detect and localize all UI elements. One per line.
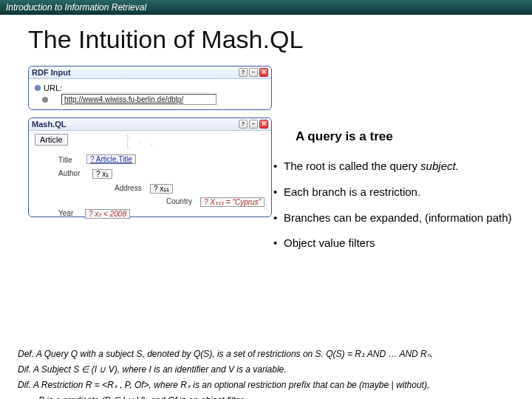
help-icon[interactable]: ? [239,68,248,77]
rdf-input-panel: RDF Input ? − ✕ URL: [28,66,272,110]
branch-country: Country [166,197,192,205]
var-x11: ? x₁₁ [150,184,173,194]
def-restriction-cont: P is a predicate (P ∈ I ∪ V), and Of is … [18,395,514,399]
mashql-panel-title: Mash.QL [32,120,66,129]
var-year-filter: ? x₂ < 2008 [85,209,130,219]
bullet-branch: Each branch is a restriction. [273,185,525,200]
bullet-icon [35,85,41,91]
minimize-icon[interactable]: − [249,68,258,77]
rdf-panel-title: RDF Input [32,68,71,77]
rdf-panel-controls: ? − ✕ [239,68,268,77]
minimize-icon[interactable]: − [249,120,258,129]
definitions: Def. A Query Q with a subject S, denoted… [18,349,514,399]
branch-address: Address [115,184,142,192]
url-input[interactable] [61,94,216,105]
mashql-panel: Mash.QL ? − ✕ Article [28,117,272,217]
branch-year: Year [58,209,73,217]
var-country-filter: ? X₁₁₁ = "Cyprus" [200,197,265,207]
branch-author: Author [58,169,80,177]
bullet-icon [42,97,48,103]
bullet-expand: Branches can be expanded, (information p… [273,211,525,225]
branch-title: Title [58,156,72,164]
course-header: Introduction to Information Retrieval [0,0,532,15]
def-subject: Dif. A Subject S ∈ (I ∪ V), where I is a… [18,364,514,375]
mashql-panel-controls: ? − ✕ [239,120,268,129]
help-icon[interactable]: ? [239,120,248,129]
def-restriction: Dif. A Restriction R = <Rₓ , P, Of>, whe… [18,380,514,391]
tagline: A query is a tree [296,129,393,144]
def-query: Def. A Query Q with a subject S, denoted… [18,349,514,360]
slide-title: The Intuition of Mash.QL [28,25,513,54]
tree-root: Article [35,134,68,146]
close-icon[interactable]: ✕ [259,120,268,129]
close-icon[interactable]: ✕ [259,68,268,77]
var-article-title: ? Article.Title [86,154,136,164]
bullet-root: The root is called the query subject. [273,160,525,174]
bullet-filters: Object value filters [273,236,525,250]
url-label: URL: [44,83,62,92]
var-x1: ? x₁ [92,169,112,179]
explanation-bullets: The root is called the query subject. Ea… [273,160,525,262]
